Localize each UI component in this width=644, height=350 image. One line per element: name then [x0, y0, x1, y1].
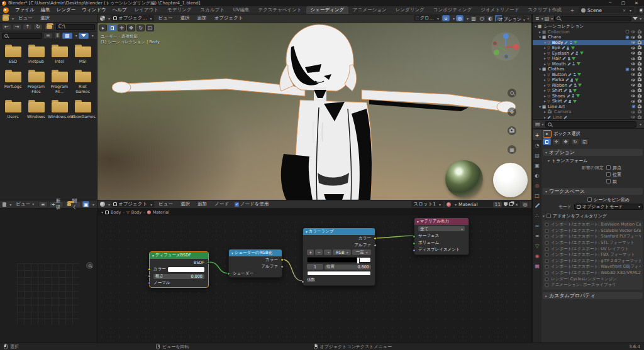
exclude-checkbox[interactable]	[632, 105, 635, 108]
tool-cursor[interactable]: ✛	[552, 138, 560, 145]
output-target-dropdown[interactable]: 全て	[418, 226, 465, 231]
tab-output[interactable]: ▤	[533, 150, 541, 160]
addon-checkbox[interactable]	[545, 229, 548, 232]
outliner-row-camera[interactable]: Camera	[533, 109, 644, 114]
perspective-toggle-button[interactable]: ▦	[508, 145, 516, 154]
ramp-remove-stop-button[interactable]: −	[315, 249, 322, 255]
blender-menu-button[interactable]	[0, 8, 12, 13]
eye-icon[interactable]	[631, 68, 635, 70]
chevron-icon[interactable]	[544, 99, 546, 104]
tab-render[interactable]: ◔	[533, 140, 541, 150]
addon-checkbox[interactable]	[545, 265, 548, 268]
addon-row[interactable]: インポート/エクスポート: Web3D X3D/VRML2 format	[545, 270, 641, 276]
tool-select-box[interactable]	[108, 25, 116, 31]
filter-chevron[interactable]	[90, 33, 94, 38]
shader-editor[interactable]: オブジェクト ビュー 選択 追加 ノード ノードを使用 スロット1 Materi…	[97, 200, 531, 342]
shading-wireframe-button[interactable]: ○	[479, 15, 486, 21]
outliner-row-hair[interactable]: Hair	[533, 56, 644, 61]
socket-alpha-out[interactable]	[374, 244, 377, 247]
folder-item[interactable]: Intel	[48, 44, 71, 64]
viewport-editor-icon[interactable]	[100, 16, 105, 21]
roughness-slider[interactable]: 粗さ0.000	[153, 274, 204, 279]
addon-row[interactable]: インポート/エクスポート: Wavefront OBJフォーマット (旧)	[545, 264, 641, 270]
addon-checkbox[interactable]	[545, 235, 548, 238]
image-browse-button[interactable]: ≡	[38, 201, 47, 207]
outliner-row-shoes[interactable]: Shoes	[533, 94, 644, 99]
camera-icon[interactable]	[638, 79, 641, 82]
create-folder-button[interactable]	[44, 24, 55, 30]
addon-checkbox[interactable]	[545, 283, 548, 287]
minimize-button[interactable]: ─	[604, 1, 616, 6]
socket-surface-in[interactable]	[413, 235, 416, 238]
addon-checkbox[interactable]	[545, 247, 548, 250]
eye-icon[interactable]	[631, 52, 635, 55]
outliner-row-clothes[interactable]: Clothes	[533, 67, 644, 72]
ramp-interpolation-dropdown[interactable]: 一定	[352, 249, 371, 255]
eye-icon[interactable]	[631, 84, 635, 87]
zoom-gizmo[interactable]	[86, 262, 93, 269]
node-header[interactable]: ディフューズBSDF	[150, 252, 208, 259]
menu-file[interactable]: ファイル	[12, 7, 38, 13]
properties-filter-chevron[interactable]	[638, 121, 641, 127]
addon-checkbox[interactable]	[545, 260, 548, 263]
menu-render[interactable]: レンダー	[53, 7, 79, 13]
addon-row[interactable]: アニメーション: ポーズライブラリ	[545, 282, 641, 288]
proportional-chevron[interactable]	[465, 16, 469, 21]
ramp-position-slider[interactable]: 位置0.800	[325, 265, 371, 270]
tab-view-layer[interactable]: ▣	[533, 160, 541, 170]
chevron-icon[interactable]	[544, 40, 546, 45]
socket-bsdf-out[interactable]	[207, 261, 210, 264]
chevron-icon[interactable]	[544, 94, 546, 99]
chevron-icon[interactable]	[539, 30, 541, 35]
tool-move[interactable]: ✥	[562, 138, 570, 145]
camera-icon[interactable]	[638, 100, 641, 103]
addon-checkbox[interactable]	[545, 223, 548, 226]
file-browser-editor-icon[interactable]	[3, 16, 9, 21]
tool-select-box[interactable]	[543, 138, 551, 145]
addon-row[interactable]: インポート/エクスポート: Stanford PLYフォーマット	[545, 234, 641, 240]
tab-material[interactable]: ◉	[533, 251, 541, 261]
folder-item[interactable]: inetpub	[25, 44, 48, 64]
tab-constraints[interactable]: ∞	[533, 231, 541, 241]
menu-window[interactable]: ウィンドウ	[79, 7, 109, 13]
outliner-row-button[interactable]: Button	[533, 72, 644, 77]
node-shader-to-rgb[interactable]: シェーダーのRGB化 カラー アルファ シェーダー	[228, 249, 282, 278]
affect-locations-checkbox[interactable]	[606, 172, 611, 177]
chevron-icon[interactable]	[539, 35, 541, 40]
node-header[interactable]: カラーランプ	[303, 228, 375, 235]
outliner-search-input[interactable]	[554, 16, 631, 21]
outliner-row-eye[interactable]: Eye	[533, 45, 644, 50]
chevron-icon[interactable]	[544, 62, 546, 67]
close-button[interactable]: ✕	[631, 1, 642, 6]
folder-item[interactable]: Program Files	[25, 69, 48, 94]
path-field[interactable]: C:\	[56, 24, 95, 30]
tab-tool[interactable]: +	[533, 130, 541, 140]
editor-type-chevron[interactable]	[8, 202, 11, 207]
pan-hand-button[interactable]: ✥	[508, 107, 516, 116]
viewport-3d[interactable]: オブジェク... ビュー 選択 追加 オブジェクト ⛶グロ... ∪ ◎ ▥ ○…	[97, 14, 531, 200]
ramp-gradient-bar[interactable]	[307, 257, 371, 263]
outliner-row-skirt[interactable]: Skirt	[533, 99, 644, 104]
outliner-row-parka[interactable]: Parka	[533, 77, 644, 82]
addon-checkbox[interactable]	[545, 253, 548, 256]
tab-modifiers[interactable]	[533, 200, 541, 211]
socket-displacement-in[interactable]	[413, 249, 416, 252]
folder-item[interactable]: Windows	[25, 99, 48, 119]
camera-icon[interactable]	[638, 57, 641, 60]
chevron-icon[interactable]	[544, 88, 546, 93]
editor-type-chevron[interactable]	[10, 16, 14, 21]
node-diffuse-bsdf[interactable]: ディフューズBSDF BSDF カラー 粗さ0.000 ノーマル	[149, 251, 209, 288]
properties-editor-icon[interactable]: ▤	[535, 121, 544, 127]
folder-item[interactable]: ESD	[1, 44, 25, 64]
node-material-output[interactable]: マテリアル出力 全て サーフェス ボリューム ディスプレイスメント	[414, 217, 469, 255]
options-panel-header[interactable]: オプション	[543, 149, 643, 156]
addon-checkbox[interactable]	[545, 277, 548, 280]
outliner-display-mode[interactable]: ≣	[535, 16, 543, 21]
tool-cursor[interactable]: ✛	[118, 25, 126, 31]
outliner-row-ribbon[interactable]: Ribbon	[533, 83, 644, 88]
addon-row[interactable]: インポート/エクスポート: BioVision Motion Capture (…	[545, 222, 641, 228]
tool-scale[interactable]: ◱	[580, 138, 589, 145]
socket-color-out[interactable]	[374, 237, 377, 240]
tab-geonodes[interactable]: ジオメトリノード	[476, 6, 523, 14]
tab-shading[interactable]: シェーディング	[306, 6, 349, 14]
